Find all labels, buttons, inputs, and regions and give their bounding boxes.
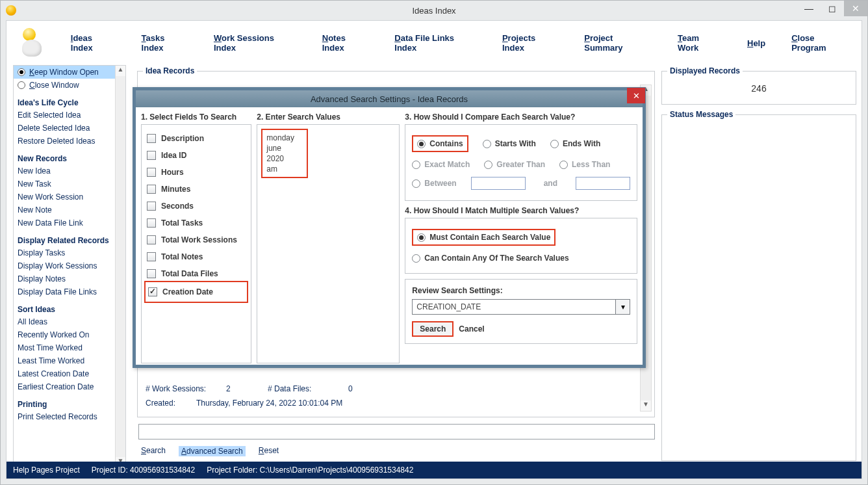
side-link[interactable]: Restore Deleted Ideas	[14, 135, 125, 148]
field-checkbox-row[interactable]: Description	[147, 130, 246, 147]
between-to-input[interactable]	[576, 177, 630, 190]
radio-starts-with[interactable]: Starts With	[483, 139, 536, 148]
maximize-button[interactable]: ◻	[821, 1, 844, 16]
review-box: Review Search Settings: CREATION_DATE ▾ …	[405, 279, 637, 344]
radio-exact-match[interactable]: Exact Match	[412, 160, 470, 169]
side-heading: Sort Ideas	[14, 298, 125, 315]
side-link[interactable]: Most Time Worked	[14, 341, 125, 354]
radio-contains[interactable]: Contains	[417, 139, 463, 148]
tab-search[interactable]: Search	[141, 446, 166, 456]
side-link[interactable]: Edit Selected Idea	[14, 109, 125, 122]
scroll-up-icon[interactable]: ▲	[116, 66, 125, 76]
checkbox-icon	[147, 252, 156, 261]
search-button[interactable]: Search	[412, 321, 453, 337]
field-checkbox-row[interactable]: Total Tasks	[147, 215, 246, 231]
side-link[interactable]: Display Tasks	[14, 246, 125, 259]
nav-project-summary[interactable]: Project Summary	[584, 33, 652, 53]
checkbox-icon	[147, 269, 156, 278]
side-link[interactable]: New Idea	[14, 164, 125, 177]
tab-reset[interactable]: Reset	[259, 446, 279, 456]
nav-data-file-links-index[interactable]: Data File Links Index	[394, 33, 476, 53]
field-checkbox-row[interactable]: Total Data Files	[147, 265, 246, 282]
dialog-col-compare: 3. How Should I Compare Each Search Valu…	[405, 112, 637, 360]
radio-keep-window-open[interactable]: Keep Window Open	[14, 66, 125, 79]
side-link[interactable]: Recently Worked On	[14, 328, 125, 341]
displayed-records-legend: Displayed Records	[667, 66, 743, 75]
cancel-button[interactable]: Cancel	[459, 324, 484, 334]
side-link[interactable]: Display Notes	[14, 272, 125, 285]
side-heading: New Records	[14, 148, 125, 164]
field-label: Idea ID	[161, 151, 186, 160]
minimize-button[interactable]: —	[797, 1, 821, 16]
side-link[interactable]: New Task	[14, 177, 125, 190]
field-checkbox-row[interactable]: Minutes	[147, 181, 246, 198]
field-label: Seconds	[161, 202, 194, 211]
row4-heading: 4. How Should I Match Multiple Search Va…	[405, 206, 637, 218]
side-link[interactable]: Print Selected Records	[14, 410, 125, 423]
review-select[interactable]: CREATION_DATE	[412, 299, 616, 315]
field-label: Creation Date	[162, 287, 213, 296]
field-checkbox-row[interactable]: Seconds	[147, 198, 246, 215]
checkbox-icon	[147, 151, 156, 160]
side-link[interactable]: All Ideas	[14, 315, 125, 328]
search-input[interactable]	[138, 424, 655, 439]
field-checkbox-row[interactable]: Creation Date	[148, 283, 244, 300]
window-title: Ideas Index	[412, 6, 455, 16]
titlebar: Ideas Index — ◻ ✕	[1, 1, 867, 20]
match-box: Must Contain Each Search Value Can Conta…	[405, 218, 637, 274]
status-messages-legend: Status Messages	[667, 110, 735, 119]
field-label: Total Tasks	[161, 218, 203, 228]
nav-close-program[interactable]: Close Program	[791, 33, 850, 53]
search-values-text[interactable]: mondayjune2020am	[261, 129, 308, 178]
record-detail: # Work Sessions: 2 # Data Files: 0 Creat…	[146, 382, 636, 410]
review-dropdown-button[interactable]: ▾	[616, 299, 630, 315]
radio-less-than[interactable]: Less Than	[559, 160, 610, 169]
side-link[interactable]: Earliest Creation Date	[14, 380, 125, 393]
field-checkbox-row[interactable]: Total Work Sessions	[147, 231, 246, 248]
right-panel: Displayed Records 246 Status Messages	[661, 65, 856, 466]
radio-ends-with[interactable]: Ends With	[550, 139, 601, 148]
field-checkbox-row[interactable]: Hours	[147, 164, 246, 181]
side-link[interactable]: New Data File Link	[14, 216, 125, 229]
nav-team-work[interactable]: Team Work	[678, 33, 721, 53]
checkbox-icon	[148, 287, 157, 296]
status-bar: Help Pages Project Project ID: 400956931…	[6, 462, 862, 478]
radio-between[interactable]: Between	[412, 179, 456, 188]
side-link[interactable]: Display Data File Links	[14, 285, 125, 298]
radio-can-contain-any[interactable]: Can Contain Any Of The Search Values	[412, 254, 568, 263]
side-link[interactable]: Latest Creation Date	[14, 367, 125, 380]
field-list: DescriptionIdea IDHoursMinutesSecondsTot…	[141, 124, 251, 363]
status-project-id: Project ID: 400956931534842	[92, 465, 195, 475]
field-checkbox-row[interactable]: Idea ID	[147, 147, 246, 164]
tab-advanced-search[interactable]: Advanced Search	[179, 446, 246, 456]
nav-projects-index[interactable]: Projects Index	[502, 33, 558, 53]
side-link[interactable]: Display Work Sessions	[14, 259, 125, 272]
search-row	[138, 424, 655, 439]
nav-work-sessions-index[interactable]: Work Sessions Index	[214, 33, 296, 53]
radio-greater-than[interactable]: Greater Than	[484, 160, 545, 169]
nav-notes-index[interactable]: Notes Index	[322, 33, 369, 53]
left-panel: Keep Window Open Close Window Idea's Lif…	[13, 65, 126, 478]
nav-tasks-index[interactable]: Tasks Index	[142, 33, 188, 53]
dialog-close-button[interactable]: ✕	[627, 88, 645, 103]
checkbox-icon	[147, 202, 156, 211]
dialog-col-fields: 1. Select Fields To Search DescriptionId…	[141, 112, 251, 360]
field-checkbox-row[interactable]: Total Notes	[147, 248, 246, 265]
col3-heading: 3. How Should I Compare Each Search Valu…	[405, 112, 637, 124]
side-link[interactable]: Least Time Worked	[14, 354, 125, 367]
nav-ideas-index[interactable]: Ideas Index	[71, 33, 116, 53]
scroll-down-icon[interactable]: ▼	[641, 400, 651, 411]
left-scrollbar[interactable]: ▲ ▼	[115, 66, 125, 467]
checkbox-icon	[147, 168, 156, 177]
close-button[interactable]: ✕	[844, 1, 867, 16]
dialog-title: Advanced Search Settings - Idea Records	[311, 94, 468, 104]
side-link[interactable]: New Note	[14, 203, 125, 216]
side-link[interactable]: New Work Session	[14, 190, 125, 203]
checkbox-icon	[147, 235, 156, 244]
side-link[interactable]: Delete Selected Idea	[14, 122, 125, 135]
nav-help[interactable]: Help	[747, 38, 765, 48]
radio-close-window[interactable]: Close Window	[14, 79, 125, 92]
radio-must-contain-each[interactable]: Must Contain Each Search Value	[417, 233, 550, 242]
created-value: Thursday, February 24, 2022 10:01:04 PM	[196, 399, 342, 408]
between-from-input[interactable]	[471, 177, 526, 190]
